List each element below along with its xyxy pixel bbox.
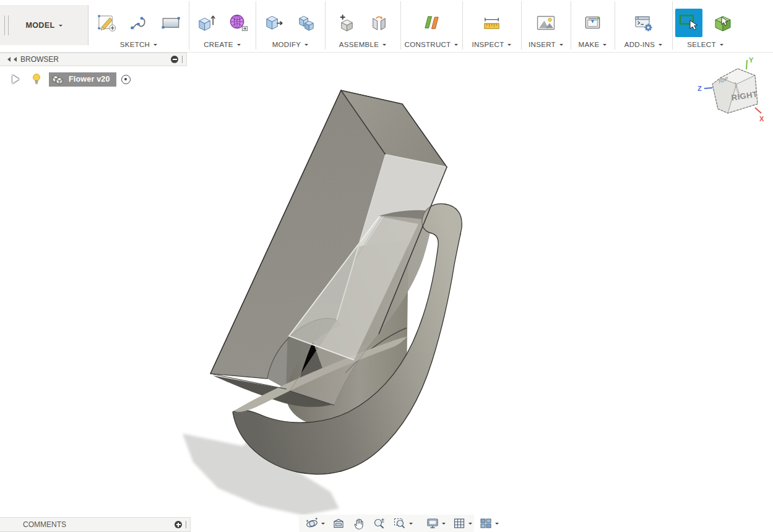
viewcube-y-axis: Y (746, 56, 754, 69)
browser-item-flower: Flower v20 (0, 71, 187, 87)
new-component-icon (336, 12, 358, 33)
orbit-button[interactable] (304, 515, 326, 531)
look-at-icon (332, 517, 345, 530)
joint-button[interactable] (366, 9, 391, 36)
model-3d-viewport[interactable] (0, 53, 773, 532)
extrude-icon (196, 12, 217, 33)
create-menu[interactable]: CREATE (204, 41, 241, 48)
scripts-addins-button[interactable] (631, 9, 656, 36)
zoom-window-button[interactable] (392, 515, 414, 531)
chevron-down-icon (469, 523, 472, 526)
display-settings-button[interactable] (425, 515, 447, 531)
measure-button[interactable] (480, 9, 504, 36)
combine-button[interactable] (294, 9, 319, 36)
select-solid-button[interactable] (711, 9, 736, 36)
chevron-down-icon (382, 44, 386, 48)
minimize-panel-icon[interactable] (171, 56, 178, 63)
construct-menu[interactable]: CONSTRUCT (405, 41, 459, 48)
viewcube-z-axis: Z (697, 85, 712, 92)
attached-canvas-button[interactable] (533, 9, 558, 36)
spline-icon (128, 12, 150, 33)
ribbon-group-make: MAKE (571, 0, 615, 52)
chevron-down-icon (304, 44, 308, 48)
new-component-button[interactable] (334, 9, 359, 36)
ribbon-group-addins: ADD-INS (615, 0, 672, 52)
orbit-icon (305, 517, 319, 530)
chevron-down-icon (321, 523, 325, 526)
viewcube[interactable]: Y Z X RIGHT TOP FRONT (693, 54, 769, 127)
workspace-label: MODEL (25, 21, 54, 30)
chevron-down-icon (454, 44, 458, 48)
scripts-addins-icon (633, 12, 655, 34)
create-form-button[interactable] (226, 9, 251, 36)
fusion360-window: Y Z X RIGHT TOP FRONT MODEL (0, 0, 773, 532)
fit-icon (393, 517, 407, 530)
ribbon-group-select: SELECT (672, 0, 738, 52)
browser-header[interactable]: BROWSER (0, 53, 187, 66)
chevron-down-icon (559, 44, 563, 48)
chevron-down-icon (409, 523, 413, 526)
workspace-switcher[interactable]: MODEL (0, 5, 89, 45)
browser-title: BROWSER (20, 55, 59, 64)
viewports-icon (479, 517, 493, 530)
zoom-button[interactable] (371, 515, 387, 531)
component-row-selected[interactable]: Flower v20 (49, 72, 116, 87)
collapse-panel-icon[interactable] (5, 57, 17, 62)
ribbon-group-modify: MODIFY (256, 0, 325, 52)
svg-text:X: X (759, 115, 764, 122)
visibility-bulb-icon[interactable] (32, 73, 41, 85)
assemble-menu[interactable]: ASSEMBLE (339, 41, 386, 48)
chevron-down-icon (237, 44, 241, 48)
toolbar-grip[interactable] (4, 15, 9, 35)
pan-icon (352, 517, 366, 530)
insert-menu[interactable]: INSERT (529, 41, 563, 48)
look-at-button[interactable] (330, 515, 347, 531)
select-menu[interactable]: SELECT (687, 41, 723, 48)
modify-menu[interactable]: MODIFY (272, 41, 309, 48)
activate-component-radio[interactable] (121, 75, 131, 84)
navigation-toolbar (299, 515, 474, 532)
print-3d-icon (582, 12, 603, 33)
chevron-down-icon (603, 44, 607, 48)
chevron-down-icon (720, 44, 723, 48)
addins-menu[interactable]: ADD-INS (624, 41, 662, 48)
rectangle-button[interactable] (158, 9, 183, 36)
svg-text:Z: Z (697, 85, 702, 92)
select-window-button[interactable] (675, 9, 702, 37)
make-menu[interactable]: MAKE (579, 41, 607, 48)
panel-drag-grip[interactable] (182, 56, 184, 63)
construction-plane-icon (421, 12, 443, 33)
rectangle-icon (160, 12, 182, 33)
zoom-icon (373, 517, 386, 530)
inspect-menu[interactable]: INSPECT (472, 41, 512, 48)
print-3d-button[interactable] (581, 9, 605, 36)
ribbon-group-construct: CONSTRUCT (400, 0, 462, 52)
viewcube-x-axis: X (755, 108, 764, 122)
chevron-down-icon (153, 44, 157, 48)
chevron-down-icon (507, 44, 511, 48)
ribbon-group-insert: INSERT (521, 0, 571, 52)
construction-plane-button[interactable] (419, 9, 444, 36)
viewports-button[interactable] (478, 515, 500, 531)
display-settings-icon (426, 517, 439, 530)
grid-snap-button[interactable] (451, 515, 473, 531)
spline-button[interactable] (126, 9, 151, 36)
press-pull-button[interactable] (262, 9, 287, 36)
panel-drag-grip[interactable] (186, 521, 188, 528)
chevron-down-icon (59, 25, 63, 28)
add-comment-icon[interactable] (175, 521, 182, 528)
select-solid-icon (712, 12, 735, 34)
comments-title: COMMENTS (23, 520, 66, 529)
create-sketch-button[interactable] (94, 9, 119, 36)
pan-button[interactable] (351, 515, 367, 531)
extrude-button[interactable] (194, 9, 218, 36)
select-window-icon (677, 11, 701, 35)
sketch-menu[interactable]: SKETCH (120, 41, 157, 48)
expand-arrow-icon[interactable] (12, 75, 24, 84)
form-icon (228, 12, 249, 33)
attached-canvas-icon (535, 12, 557, 34)
comments-panel[interactable]: COMMENTS (0, 517, 191, 532)
joint-icon (368, 12, 390, 33)
browser-panel: BROWSER Flower v20 (0, 53, 187, 87)
chevron-down-icon (495, 523, 499, 526)
